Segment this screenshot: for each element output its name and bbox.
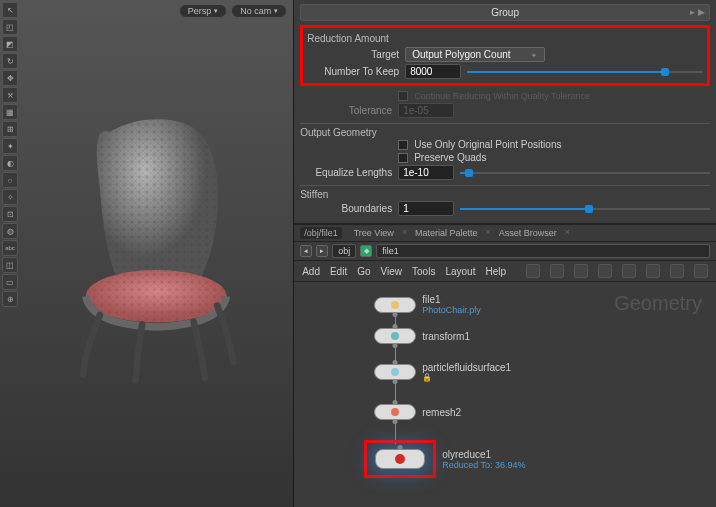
parameter-pane: Group ▸ ▶ Reduction Amount Target Output… [294, 0, 716, 224]
reduction-section-label: Reduction Amount [307, 31, 703, 46]
vp-tool-icon[interactable]: ↖ [2, 2, 18, 18]
stiffen-section-label: Stiffen [300, 185, 710, 200]
vp-tool-icon[interactable]: ✥ [2, 70, 18, 86]
vp-tool-icon[interactable]: ◰ [2, 19, 18, 35]
vp-tool-icon[interactable]: ▦ [2, 104, 18, 120]
group-header[interactable]: Group ▸ ▶ [300, 4, 710, 21]
nav-back-icon[interactable]: ◂ [300, 245, 312, 257]
menu-view[interactable]: View [381, 266, 403, 277]
group-arrow-icon: ▸ ▶ [690, 7, 705, 17]
tab-material-palette[interactable]: Material Palette [415, 227, 478, 239]
vp-tool-icon[interactable]: ↻ [2, 53, 18, 69]
node-remesh2[interactable]: remesh2 [374, 404, 461, 420]
vp-tool-icon[interactable]: ◫ [2, 257, 18, 273]
vp-tool-icon[interactable]: ⤧ [2, 87, 18, 103]
toolbar-icon[interactable] [646, 264, 660, 278]
toolbar-icon[interactable] [670, 264, 684, 278]
vp-tool-icon[interactable]: ⊞ [2, 121, 18, 137]
number-to-keep-input[interactable]: 8000 [405, 64, 461, 79]
network-pane: /obj/file1 Tree View× Material Palette× … [294, 224, 716, 507]
vp-tool-icon[interactable]: ⊕ [2, 291, 18, 307]
vp-tool-icon[interactable]: ◍ [2, 223, 18, 239]
preserve-quads-label: Preserve Quads [414, 152, 486, 163]
node-particlefluidsurface1[interactable]: particlefluidsurface1 🔒 [374, 362, 511, 382]
toolbar-icon[interactable] [598, 264, 612, 278]
chair-mesh [53, 41, 241, 467]
target-dropdown[interactable]: Output Polygon Count [405, 47, 545, 62]
camera-dropdown[interactable]: No cam [231, 4, 287, 18]
continue-label: Continue Reducing Within Quality Toleran… [414, 91, 590, 101]
node-file1[interactable]: file1 PhotoChair.ply [374, 294, 481, 315]
equalize-label: Equalize Lengths [300, 167, 392, 178]
toolbar-icon[interactable] [550, 264, 564, 278]
node-polyreduce1[interactable]: olyreduce1 Reduced To: 36.94% [364, 440, 525, 478]
nav-fwd-icon[interactable]: ▸ [316, 245, 328, 257]
node-transform1[interactable]: transform1 [374, 328, 470, 344]
geometry-watermark: Geometry [614, 292, 702, 315]
path-node[interactable]: file1 [376, 244, 710, 258]
number-to-keep-label: Number To Keep [307, 66, 399, 77]
menu-layout[interactable]: Layout [445, 266, 475, 277]
network-path-crumb[interactable]: /obj/file1 [300, 227, 342, 239]
path-context[interactable]: obj [332, 244, 356, 258]
tolerance-input: 1e-05 [398, 103, 454, 118]
vp-tool-icon[interactable]: ○ [2, 172, 18, 188]
toolbar-icon[interactable] [574, 264, 588, 278]
tab-tree-view[interactable]: Tree View [354, 227, 394, 239]
orig-points-label: Use Only Original Point Positions [414, 139, 561, 150]
toolbar-icon[interactable] [694, 264, 708, 278]
menu-tools[interactable]: Tools [412, 266, 435, 277]
orig-points-checkbox[interactable] [398, 140, 408, 150]
viewport-3d[interactable]: Persp No cam ↖ ◰ ◩ ↻ ✥ ⤧ ▦ ⊞ ✦ ◐ ○ ✧ ⊡ ◍… [0, 0, 294, 507]
vp-tool-icon[interactable]: ✧ [2, 189, 18, 205]
toolbar-icon[interactable] [622, 264, 636, 278]
vp-tool-icon[interactable]: ◩ [2, 36, 18, 52]
geo-type-icon: ◆ [360, 245, 372, 257]
persp-dropdown[interactable]: Persp [179, 4, 228, 18]
boundaries-label: Boundaries [300, 203, 392, 214]
menu-edit[interactable]: Edit [330, 266, 347, 277]
menu-add[interactable]: Add [302, 266, 320, 277]
preserve-quads-checkbox[interactable] [398, 153, 408, 163]
tolerance-label: Tolerance [300, 105, 392, 116]
vp-tool-icon[interactable]: ⊡ [2, 206, 18, 222]
polyreduce-highlight-box [364, 440, 436, 478]
network-canvas[interactable]: Geometry file1 PhotoChair.ply transfor [294, 282, 716, 507]
vp-tool-icon[interactable]: ◐ [2, 155, 18, 171]
vp-tool-icon[interactable]: abc [2, 240, 18, 256]
vp-tool-icon[interactable]: ▭ [2, 274, 18, 290]
equalize-input[interactable]: 1e-10 [398, 165, 454, 180]
reduction-highlight-box: Reduction Amount Target Output Polygon C… [300, 25, 710, 86]
boundaries-slider[interactable] [460, 203, 710, 215]
tab-asset-browser[interactable]: Asset Browser [499, 227, 557, 239]
group-label: Group [491, 7, 519, 18]
continue-checkbox[interactable] [398, 91, 408, 101]
menu-help[interactable]: Help [485, 266, 506, 277]
viewport-toolbar: ↖ ◰ ◩ ↻ ✥ ⤧ ▦ ⊞ ✦ ◐ ○ ✧ ⊡ ◍ abc ◫ ▭ ⊕ [2, 2, 18, 307]
toolbar-icon[interactable] [526, 264, 540, 278]
vp-tool-icon[interactable]: ✦ [2, 138, 18, 154]
boundaries-input[interactable]: 1 [398, 201, 454, 216]
number-slider[interactable] [467, 66, 703, 78]
output-section-label: Output Geometry [300, 123, 710, 138]
menu-go[interactable]: Go [357, 266, 370, 277]
target-label: Target [307, 49, 399, 60]
equalize-slider[interactable] [460, 167, 710, 179]
